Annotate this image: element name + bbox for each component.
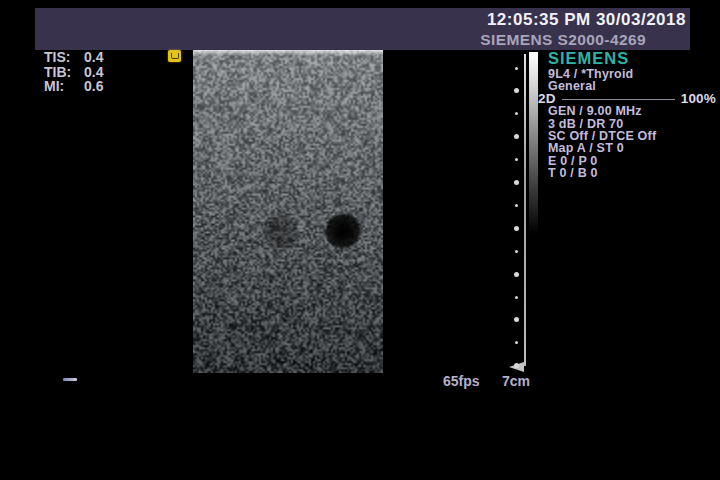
ruler-tick xyxy=(515,341,518,344)
ruler-tick xyxy=(514,317,519,322)
header-bar: 12:05:35 PM 30/03/2018 SIEMENS S2000-426… xyxy=(35,8,690,50)
ultrasound-image[interactable] xyxy=(193,50,383,373)
ruler-tick xyxy=(515,204,518,207)
ruler-tick xyxy=(515,296,518,299)
frame-rate-label: 65fps xyxy=(443,373,480,389)
mi-row: MI: 0.6 xyxy=(44,79,103,94)
depth-ruler-line xyxy=(524,54,526,366)
ruler-tick xyxy=(515,67,518,70)
tis-label: TIS: xyxy=(44,50,84,65)
ruler-tick xyxy=(514,134,519,139)
siemens-logo: SIEMENS xyxy=(548,50,716,67)
tib-value: 0.4 xyxy=(84,65,103,80)
ruler-tick xyxy=(515,158,518,161)
ruler-tick xyxy=(514,272,519,277)
depth-value-label: 7cm xyxy=(502,373,530,389)
ruler-tick xyxy=(514,180,519,185)
tib-label: TIB: xyxy=(44,65,84,80)
mode-divider xyxy=(562,99,675,100)
probe-orientation-icon xyxy=(168,50,181,62)
tgc-slider-handle[interactable] xyxy=(63,378,77,381)
tib-row: TIB: 0.4 xyxy=(44,65,103,80)
ruler-tick xyxy=(514,226,519,231)
ruler-tick xyxy=(515,250,518,253)
mi-label: MI: xyxy=(44,79,84,94)
grayscale-bar xyxy=(529,52,538,234)
system-id-display: SIEMENS S2000-4269 xyxy=(35,31,690,49)
tis-row: TIS: 0.4 xyxy=(44,50,103,65)
ruler-tick xyxy=(514,88,519,93)
power-label: 100% xyxy=(681,93,716,105)
datetime-display: 12:05:35 PM 30/03/2018 xyxy=(35,10,690,30)
imaging-info-panel: SIEMENS 9L4 / *Thyroid General 2D 100% G… xyxy=(548,50,716,180)
setting-t-b: T 0 / B 0 xyxy=(548,167,716,179)
tis-value: 0.4 xyxy=(84,50,103,65)
setting-map-st: Map A / ST 0 xyxy=(548,142,716,154)
ruler-tick xyxy=(515,112,518,115)
probe-orientation-notch xyxy=(171,53,179,59)
exposure-index-panel: TIS: 0.4 TIB: 0.4 MI: 0.6 xyxy=(44,50,103,94)
mi-value: 0.6 xyxy=(84,79,103,94)
setting-frequency: GEN / 9.00 MHz xyxy=(548,105,716,117)
